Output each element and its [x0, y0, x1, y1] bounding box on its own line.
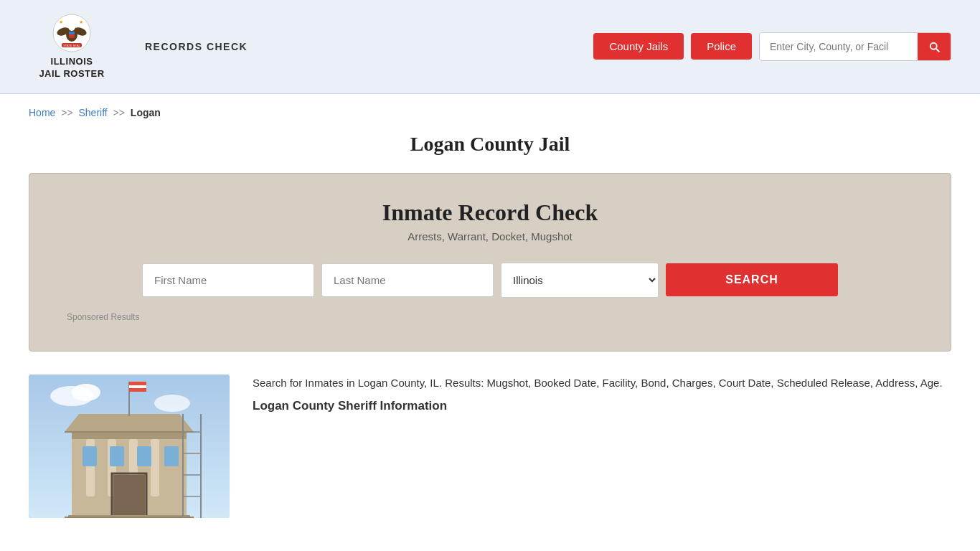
building-illustration: [29, 375, 230, 518]
svg-marker-24: [65, 414, 194, 432]
svg-rect-32: [65, 517, 194, 518]
svg-rect-7: [69, 32, 75, 34]
building-image: [29, 375, 230, 518]
header-search-input[interactable]: [760, 34, 918, 60]
svg-rect-28: [129, 382, 146, 385]
last-name-input[interactable]: [321, 263, 494, 297]
header-search-button[interactable]: [918, 33, 951, 60]
search-icon: [928, 40, 941, 53]
records-check-link[interactable]: RECORDS CHECK: [145, 41, 248, 52]
breadcrumb-sep1: >>: [61, 107, 72, 118]
svg-rect-33: [83, 446, 97, 466]
police-button[interactable]: Police: [691, 33, 752, 60]
search-button[interactable]: SEARCH: [666, 263, 838, 296]
svg-rect-35: [137, 446, 151, 466]
record-check-subtitle: Arrests, Warrant, Docket, Mugshot: [64, 230, 916, 242]
first-name-input[interactable]: [142, 263, 314, 297]
state-seal-icon: ★ ★ STATE SEAL: [52, 13, 92, 53]
breadcrumb: Home >> Sheriff >> Logan: [0, 94, 980, 126]
svg-rect-30: [129, 388, 146, 392]
breadcrumb-sep2: >>: [113, 107, 125, 118]
county-jails-button[interactable]: County Jails: [593, 33, 684, 60]
breadcrumb-current: Logan: [131, 107, 161, 118]
svg-point-15: [154, 395, 190, 412]
svg-text:★: ★: [59, 19, 63, 25]
logo-area: ★ ★ STATE SEAL ILLINOIS JAIL ROSTER: [29, 13, 115, 80]
page-title: Logan County Jail: [0, 133, 980, 156]
description-text: Search for Inmates in Logan County, IL. …: [253, 375, 951, 392]
svg-point-14: [72, 384, 100, 401]
svg-rect-29: [129, 385, 146, 388]
breadcrumb-sheriff-link[interactable]: Sheriff: [79, 107, 108, 118]
record-check-title: Inmate Record Check: [64, 199, 916, 226]
logo-text: ILLINOIS JAIL ROSTER: [39, 56, 104, 80]
section-heading: Logan County Sheriff Information: [253, 399, 951, 413]
svg-rect-17: [72, 432, 187, 439]
breadcrumb-home-link[interactable]: Home: [29, 107, 55, 118]
svg-rect-34: [110, 446, 124, 466]
svg-text:★: ★: [79, 19, 83, 25]
bottom-content: Search for Inmates in Logan County, IL. …: [29, 375, 951, 518]
content-description: Search for Inmates in Logan County, IL. …: [253, 375, 951, 413]
svg-rect-22: [113, 475, 145, 518]
sponsored-label: Sponsored Results: [64, 312, 916, 322]
record-check-box: Inmate Record Check Arrests, Warrant, Do…: [29, 173, 951, 352]
svg-rect-21: [151, 439, 159, 496]
site-header: ★ ★ STATE SEAL ILLINOIS JAIL ROSTER RECO…: [0, 0, 980, 94]
header-search-bar: [759, 32, 951, 61]
svg-text:STATE SEAL: STATE SEAL: [63, 44, 80, 47]
record-check-form: AlabamaAlaskaArizonaArkansasCaliforniaCo…: [64, 263, 916, 298]
nav-right: County Jails Police: [593, 32, 951, 61]
svg-rect-36: [164, 446, 179, 466]
state-select[interactable]: AlabamaAlaskaArizonaArkansasCaliforniaCo…: [501, 263, 659, 298]
